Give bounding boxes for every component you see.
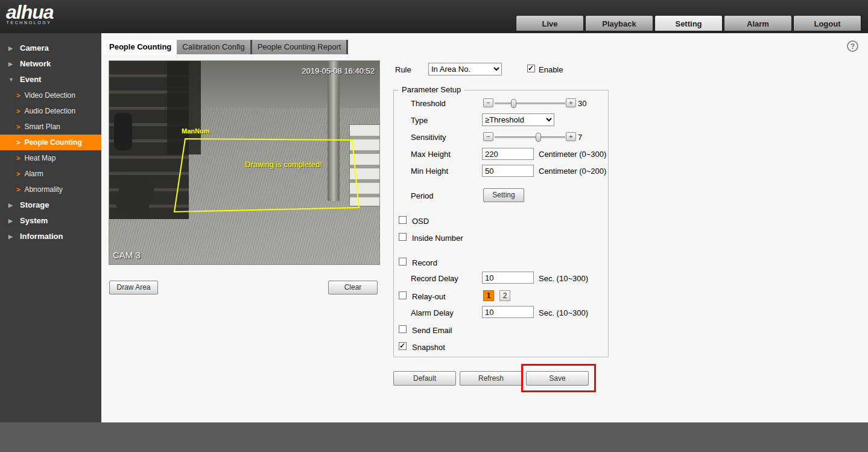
sidebar-item-event[interactable]: ▼ Event [0,72,101,88]
threshold-plus-button[interactable]: + [566,98,576,107]
sidebar-label: Storage [20,197,49,213]
area-name-label: ManNum [182,127,209,135]
osd-checkbox[interactable] [399,216,407,224]
type-label: Type [411,116,428,125]
alarm-delay-unit: Sec. (10~300) [539,308,588,317]
max-height-unit: Centimeter (0~300) [539,150,606,159]
sidebar-item-smart-plan[interactable]: > Smart Plan [0,119,101,135]
alarm-delay-label: Alarm Delay [411,308,454,317]
expand-arrow-icon: ▼ [8,72,14,88]
content-tabs: People Counting Calibration Config Peopl… [104,40,348,54]
relay-out-checkbox[interactable] [399,291,407,299]
sensitivity-value: 7 [578,133,582,142]
sensitivity-plus-button[interactable]: + [566,132,576,141]
collapse-arrow-icon: ▶ [8,229,14,244]
snapshot-checkbox[interactable] [399,342,407,350]
logo-text: alhua [6,2,54,22]
threshold-minus-button[interactable]: − [483,98,493,107]
rule-select[interactable]: In Area No. [428,63,502,75]
default-button[interactable]: Default [393,371,456,386]
record-delay-unit: Sec. (10~300) [539,274,588,283]
alarm-delay-input[interactable] [482,306,534,318]
threshold-value: 30 [578,99,586,108]
sidebar-item-abnormality[interactable]: > Abnormality [0,182,101,197]
sidebar-label: Alarm [24,166,43,182]
drawing-status-text: Drawing is completed! [245,160,322,169]
chevron-right-icon: > [16,119,20,135]
sidebar-label: Smart Plan [24,119,60,135]
sidebar-item-video-detection[interactable]: > Video Detection [0,88,101,103]
send-email-checkbox[interactable] [399,325,407,333]
record-delay-input[interactable] [482,272,534,284]
dahua-logo: alhua TECHNOLOGY [6,2,54,25]
nav-alarm-button[interactable]: Alarm [724,15,792,31]
enable-checkbox[interactable] [527,65,535,72]
chevron-right-icon: > [16,166,20,182]
sidebar-label: Camera [20,40,49,56]
parameter-setup-group: Parameter Setup Threshold − + 30 Type ≥T… [393,90,609,357]
max-height-input[interactable] [482,148,534,160]
sidebar-item-people-counting[interactable]: > People Counting [0,135,101,150]
tab-calibration-config[interactable]: Calibration Config [177,40,252,54]
clear-button[interactable]: Clear [328,281,378,294]
nav-logout-button[interactable]: Logout [793,15,861,31]
main-nav: Live Playback Setting Alarm Logout [516,15,861,31]
type-select[interactable]: ≥Threshold [482,113,554,126]
save-button[interactable]: Save [526,371,589,386]
sidebar-label: Heat Map [24,150,55,166]
sidebar-item-system[interactable]: ▶ System [0,213,101,229]
period-setting-button[interactable]: Setting [483,188,524,202]
sidebar-label: System [20,213,48,229]
inside-number-checkbox[interactable] [399,233,407,241]
record-checkbox[interactable] [399,258,407,266]
nav-playback-button[interactable]: Playback [585,15,653,31]
help-icon[interactable]: ? [847,40,858,52]
draw-area-button[interactable]: Draw Area [109,281,158,294]
inside-number-label: Inside Number [412,234,463,243]
sensitivity-slider[interactable] [495,136,565,138]
parameter-setup-title: Parameter Setup [399,85,464,94]
chevron-right-icon: > [16,150,20,166]
collapse-arrow-icon: ▶ [8,40,14,56]
period-label: Period [411,191,434,200]
camera-name-label: CAM 3 [113,250,141,260]
sidebar-item-camera[interactable]: ▶ Camera [0,40,101,56]
sensitivity-slider-handle[interactable] [536,133,541,142]
collapse-arrow-icon: ▶ [8,213,14,229]
relay-out-1-button[interactable]: 1 [483,290,494,301]
relay-out-2-button[interactable]: 2 [499,290,510,301]
nav-setting-button[interactable]: Setting [654,15,723,31]
logo-subtext: TECHNOLOGY [6,21,54,25]
sidebar-label: Event [20,72,41,88]
refresh-button[interactable]: Refresh [460,371,522,386]
sidebar-label: People Counting [24,135,81,150]
sidebar-item-heat-map[interactable]: > Heat Map [0,150,101,166]
sidebar-item-network[interactable]: ▶ Network [0,56,101,72]
record-delay-label: Record Delay [411,274,458,283]
sidebar-label: Audio Detection [24,103,75,119]
threshold-slider[interactable] [495,103,565,104]
threshold-label: Threshold [411,99,446,108]
sensitivity-minus-button[interactable]: − [483,132,493,141]
sensitivity-label: Sensitivity [411,133,446,142]
tab-people-counting-report[interactable]: People Counting Report [252,40,349,54]
sidebar-item-information[interactable]: ▶ Information [0,229,101,244]
main-content: People Counting Calibration Config Peopl… [101,33,868,422]
sidebar-label: Network [20,56,51,72]
sidebar-item-audio-detection[interactable]: > Audio Detection [0,103,101,119]
threshold-slider-handle[interactable] [511,99,516,108]
video-preview[interactable]: 2019-05-08 16:40:52 ManNum Drawing is co… [109,60,380,265]
chevron-right-icon: > [16,135,20,150]
rule-label: Rule [395,65,411,74]
sidebar-item-storage[interactable]: ▶ Storage [0,197,101,213]
min-height-input[interactable] [482,165,534,177]
nav-live-button[interactable]: Live [516,15,584,31]
min-height-unit: Centimeter (0~200) [539,167,606,176]
osd-label: OSD [412,217,429,226]
sidebar: ▶ Camera ▶ Network ▼ Event > Video Detec… [0,33,101,422]
sidebar-label: Abnormality [24,182,62,197]
relay-out-label: Relay-out [412,292,446,301]
sidebar-item-alarm[interactable]: > Alarm [0,166,101,182]
tab-people-counting[interactable]: People Counting [104,40,177,54]
chevron-right-icon: > [16,88,20,103]
